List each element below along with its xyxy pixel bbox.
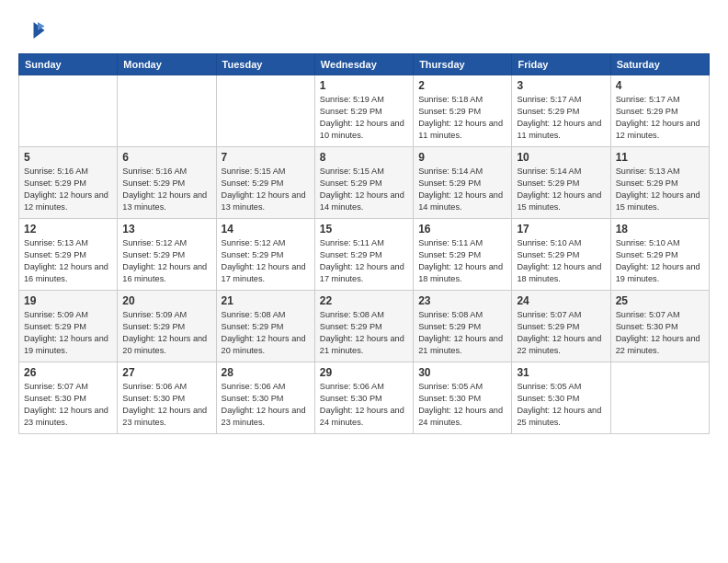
calendar-cell: 26Sunrise: 5:07 AM Sunset: 5:30 PM Dayli…	[19, 362, 118, 434]
calendar-cell: 22Sunrise: 5:08 AM Sunset: 5:29 PM Dayli…	[314, 291, 413, 362]
calendar-header-row: SundayMondayTuesdayWednesdayThursdayFrid…	[19, 54, 710, 75]
calendar-cell: 2Sunrise: 5:18 AM Sunset: 5:29 PM Daylig…	[414, 75, 512, 147]
day-number: 27	[122, 366, 210, 379]
day-info: Sunrise: 5:18 AM Sunset: 5:29 PM Dayligh…	[418, 94, 506, 142]
calendar-week-2: 5Sunrise: 5:16 AM Sunset: 5:29 PM Daylig…	[19, 147, 710, 219]
calendar-cell: 3Sunrise: 5:17 AM Sunset: 5:29 PM Daylig…	[512, 75, 610, 147]
calendar-cell: 10Sunrise: 5:14 AM Sunset: 5:29 PM Dayli…	[512, 147, 610, 219]
day-header-sunday: Sunday	[19, 54, 118, 75]
calendar-cell: 17Sunrise: 5:10 AM Sunset: 5:29 PM Dayli…	[512, 219, 610, 291]
day-number: 11	[616, 151, 704, 164]
day-info: Sunrise: 5:11 AM Sunset: 5:29 PM Dayligh…	[418, 237, 506, 285]
day-number: 7	[222, 151, 310, 164]
calendar-week-1: 1Sunrise: 5:19 AM Sunset: 5:29 PM Daylig…	[19, 75, 710, 147]
day-number: 2	[418, 79, 506, 92]
day-info: Sunrise: 5:09 AM Sunset: 5:29 PM Dayligh…	[122, 309, 210, 357]
day-number: 24	[517, 294, 605, 307]
day-number: 14	[222, 223, 310, 236]
calendar-cell: 15Sunrise: 5:11 AM Sunset: 5:29 PM Dayli…	[314, 219, 413, 291]
day-number: 22	[320, 294, 408, 307]
day-info: Sunrise: 5:14 AM Sunset: 5:29 PM Dayligh…	[517, 166, 605, 213]
day-info: Sunrise: 5:12 AM Sunset: 5:29 PM Dayligh…	[122, 237, 210, 285]
logo	[18, 17, 50, 44]
day-info: Sunrise: 5:08 AM Sunset: 5:29 PM Dayligh…	[418, 309, 506, 357]
day-number: 29	[320, 366, 408, 379]
day-number: 21	[222, 294, 310, 307]
calendar-table: SundayMondayTuesdayWednesdayThursdayFrid…	[18, 53, 710, 434]
day-info: Sunrise: 5:07 AM Sunset: 5:30 PM Dayligh…	[24, 381, 112, 429]
day-number: 23	[418, 294, 506, 307]
header	[18, 17, 710, 44]
calendar-cell: 21Sunrise: 5:08 AM Sunset: 5:29 PM Dayli…	[216, 291, 314, 362]
day-info: Sunrise: 5:12 AM Sunset: 5:29 PM Dayligh…	[222, 237, 310, 285]
day-info: Sunrise: 5:09 AM Sunset: 5:29 PM Dayligh…	[24, 309, 112, 357]
calendar-cell: 25Sunrise: 5:07 AM Sunset: 5:30 PM Dayli…	[610, 291, 709, 362]
day-number: 18	[616, 223, 704, 236]
calendar-cell: 31Sunrise: 5:05 AM Sunset: 5:30 PM Dayli…	[512, 362, 610, 434]
day-info: Sunrise: 5:13 AM Sunset: 5:29 PM Dayligh…	[616, 166, 704, 213]
calendar-week-5: 26Sunrise: 5:07 AM Sunset: 5:30 PM Dayli…	[19, 362, 710, 434]
day-number: 16	[418, 223, 506, 236]
calendar-cell: 30Sunrise: 5:05 AM Sunset: 5:30 PM Dayli…	[414, 362, 512, 434]
calendar-cell: 12Sunrise: 5:13 AM Sunset: 5:29 PM Dayli…	[19, 219, 118, 291]
day-number: 12	[24, 223, 112, 236]
calendar-week-4: 19Sunrise: 5:09 AM Sunset: 5:29 PM Dayli…	[19, 291, 710, 362]
calendar-cell: 11Sunrise: 5:13 AM Sunset: 5:29 PM Dayli…	[610, 147, 709, 219]
day-info: Sunrise: 5:14 AM Sunset: 5:29 PM Dayligh…	[418, 166, 506, 213]
day-info: Sunrise: 5:10 AM Sunset: 5:29 PM Dayligh…	[517, 237, 605, 285]
day-info: Sunrise: 5:11 AM Sunset: 5:29 PM Dayligh…	[320, 237, 408, 285]
day-number: 4	[616, 79, 704, 92]
day-info: Sunrise: 5:06 AM Sunset: 5:30 PM Dayligh…	[122, 381, 210, 429]
logo-icon	[18, 17, 46, 44]
calendar-cell: 5Sunrise: 5:16 AM Sunset: 5:29 PM Daylig…	[19, 147, 118, 219]
calendar-cell: 9Sunrise: 5:14 AM Sunset: 5:29 PM Daylig…	[414, 147, 512, 219]
day-number: 17	[517, 223, 605, 236]
calendar-cell: 16Sunrise: 5:11 AM Sunset: 5:29 PM Dayli…	[414, 219, 512, 291]
day-info: Sunrise: 5:10 AM Sunset: 5:29 PM Dayligh…	[616, 237, 704, 285]
calendar-cell: 18Sunrise: 5:10 AM Sunset: 5:29 PM Dayli…	[610, 219, 709, 291]
calendar-cell: 28Sunrise: 5:06 AM Sunset: 5:30 PM Dayli…	[216, 362, 314, 434]
day-header-friday: Friday	[512, 54, 610, 75]
day-number: 28	[222, 366, 310, 379]
day-number: 20	[122, 294, 210, 307]
calendar-cell	[216, 75, 314, 147]
calendar-cell	[19, 75, 118, 147]
day-number: 19	[24, 294, 112, 307]
calendar-cell	[610, 362, 709, 434]
day-number: 25	[616, 294, 704, 307]
day-number: 6	[122, 151, 210, 164]
day-number: 9	[418, 151, 506, 164]
calendar-cell: 13Sunrise: 5:12 AM Sunset: 5:29 PM Dayli…	[118, 219, 216, 291]
page: SundayMondayTuesdayWednesdayThursdayFrid…	[0, 0, 728, 563]
calendar-cell: 24Sunrise: 5:07 AM Sunset: 5:29 PM Dayli…	[512, 291, 610, 362]
calendar-cell: 23Sunrise: 5:08 AM Sunset: 5:29 PM Dayli…	[414, 291, 512, 362]
day-info: Sunrise: 5:16 AM Sunset: 5:29 PM Dayligh…	[24, 166, 112, 213]
day-number: 26	[24, 366, 112, 379]
day-number: 1	[320, 79, 408, 92]
day-header-tuesday: Tuesday	[216, 54, 314, 75]
day-info: Sunrise: 5:06 AM Sunset: 5:30 PM Dayligh…	[222, 381, 310, 429]
day-number: 5	[24, 151, 112, 164]
day-info: Sunrise: 5:17 AM Sunset: 5:29 PM Dayligh…	[616, 94, 704, 142]
day-number: 10	[517, 151, 605, 164]
day-number: 30	[418, 366, 506, 379]
day-info: Sunrise: 5:05 AM Sunset: 5:30 PM Dayligh…	[517, 381, 605, 429]
calendar-week-3: 12Sunrise: 5:13 AM Sunset: 5:29 PM Dayli…	[19, 219, 710, 291]
day-info: Sunrise: 5:07 AM Sunset: 5:29 PM Dayligh…	[517, 309, 605, 357]
day-info: Sunrise: 5:15 AM Sunset: 5:29 PM Dayligh…	[222, 166, 310, 213]
calendar-cell: 29Sunrise: 5:06 AM Sunset: 5:30 PM Dayli…	[314, 362, 413, 434]
calendar-cell: 4Sunrise: 5:17 AM Sunset: 5:29 PM Daylig…	[610, 75, 709, 147]
calendar-cell: 14Sunrise: 5:12 AM Sunset: 5:29 PM Dayli…	[216, 219, 314, 291]
day-info: Sunrise: 5:06 AM Sunset: 5:30 PM Dayligh…	[320, 381, 408, 429]
day-info: Sunrise: 5:16 AM Sunset: 5:29 PM Dayligh…	[122, 166, 210, 213]
calendar-cell: 19Sunrise: 5:09 AM Sunset: 5:29 PM Dayli…	[19, 291, 118, 362]
day-info: Sunrise: 5:15 AM Sunset: 5:29 PM Dayligh…	[320, 166, 408, 213]
day-info: Sunrise: 5:07 AM Sunset: 5:30 PM Dayligh…	[616, 309, 704, 357]
day-number: 13	[122, 223, 210, 236]
day-number: 15	[320, 223, 408, 236]
day-header-thursday: Thursday	[414, 54, 512, 75]
day-number: 31	[517, 366, 605, 379]
day-info: Sunrise: 5:08 AM Sunset: 5:29 PM Dayligh…	[222, 309, 310, 357]
day-info: Sunrise: 5:05 AM Sunset: 5:30 PM Dayligh…	[418, 381, 506, 429]
day-number: 8	[320, 151, 408, 164]
